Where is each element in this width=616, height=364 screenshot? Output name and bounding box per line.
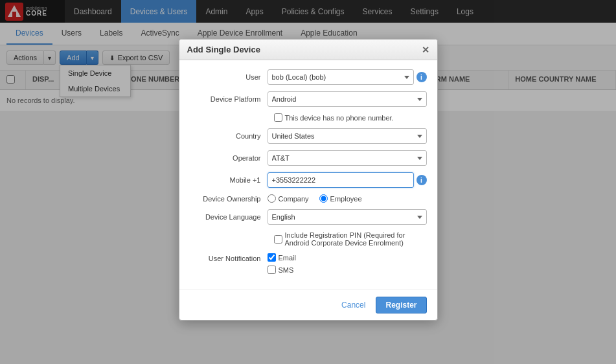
user-field-label: User [190, 73, 268, 81]
device-platform-field-row: Device Platform Android [190, 91, 427, 107]
user-info-icon[interactable]: i [416, 72, 427, 82]
modal-title: Add Single Device [187, 45, 260, 54]
modal-close-button[interactable]: ✕ [422, 45, 429, 54]
modal-body: User bob (Local) (bob) i Device Platform… [179, 60, 437, 111]
user-field-row: User bob (Local) (bob) i [190, 69, 427, 85]
device-platform-label: Device Platform [190, 95, 268, 103]
user-field-wrapper: bob (Local) (bob) i [268, 69, 427, 85]
modal-overlay: Add Single Device ✕ User bob (Local) (bo… [0, 0, 616, 111]
user-select[interactable]: bob (Local) (bob) [268, 69, 414, 85]
device-platform-select[interactable]: Android [268, 91, 427, 107]
modal-header: Add Single Device ✕ [179, 40, 437, 60]
add-single-device-modal: Add Single Device ✕ User bob (Local) (bo… [179, 39, 438, 111]
